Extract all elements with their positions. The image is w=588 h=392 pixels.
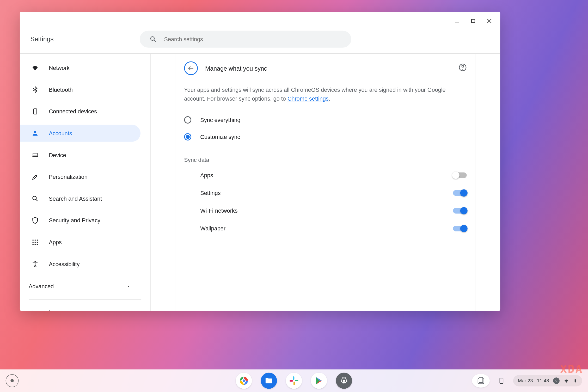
battery-icon xyxy=(573,377,577,384)
toggle-label: Wi-Fi networks xyxy=(200,207,237,214)
arrow-left-icon xyxy=(187,65,195,72)
shelf-files[interactable] xyxy=(261,373,277,389)
chromeos-shelf: Mar 23 11:48 2 xyxy=(0,369,588,392)
apps-grid-icon xyxy=(31,238,39,246)
svg-point-12 xyxy=(32,244,34,245)
chrome-icon xyxy=(238,375,250,387)
toggle-row-apps: Apps xyxy=(184,166,467,184)
sync-description: Your apps and settings will sync across … xyxy=(184,85,467,103)
sidebar-item-label: Search and Assistant xyxy=(49,195,102,202)
watermark: XDA xyxy=(560,363,583,376)
sidebar-item-search-assistant[interactable]: Search and Assistant xyxy=(20,190,140,207)
back-button[interactable] xyxy=(184,61,198,75)
sidebar-item-label: Bluetooth xyxy=(49,86,73,93)
radio-icon xyxy=(184,116,191,124)
svg-rect-30 xyxy=(575,379,576,379)
svg-point-3 xyxy=(34,131,36,133)
sidebar-item-label: Connected devices xyxy=(49,108,97,115)
toggle-wifi-networks[interactable] xyxy=(453,208,467,213)
chrome-settings-link[interactable]: Chrome settings xyxy=(287,95,329,102)
brush-icon xyxy=(31,173,39,181)
toggle-apps[interactable] xyxy=(453,172,467,178)
shelf-phone-hub[interactable] xyxy=(494,374,508,388)
sidebar-item-label: Network xyxy=(49,65,70,71)
sidebar-item-apps[interactable]: Apps xyxy=(20,234,140,251)
shelf-slack[interactable] xyxy=(286,373,302,389)
person-icon xyxy=(31,130,39,137)
svg-point-9 xyxy=(32,242,34,243)
search-icon xyxy=(149,35,157,43)
sync-settings-panel: Manage what you sync Your apps and setti… xyxy=(175,54,476,311)
svg-rect-27 xyxy=(479,377,482,383)
radio-label: Sync everything xyxy=(200,117,240,123)
sidebar-item-network[interactable]: Network xyxy=(20,59,140,76)
sidebar-item-label: Accounts xyxy=(49,130,72,137)
shelf-chrome[interactable] xyxy=(236,373,252,389)
help-button[interactable] xyxy=(459,63,467,73)
sidebar-item-accessibility[interactable]: Accessibility xyxy=(20,256,140,273)
sidebar-item-label: Apps xyxy=(49,239,62,246)
advanced-label: Advanced xyxy=(29,283,54,290)
svg-point-7 xyxy=(34,240,36,241)
launcher-button[interactable] xyxy=(6,374,19,387)
svg-point-10 xyxy=(34,242,36,243)
shelf-settings[interactable] xyxy=(336,373,352,389)
sidebar-item-security-privacy[interactable]: Security and Privacy xyxy=(20,212,140,229)
page-title: Manage what you sync xyxy=(205,65,451,72)
toggle-label: Apps xyxy=(200,172,213,179)
tray-date: Mar 23 xyxy=(518,378,533,384)
close-icon xyxy=(486,18,493,24)
toggle-settings[interactable] xyxy=(453,190,467,196)
sidebar-advanced[interactable]: Advanced xyxy=(20,277,150,295)
settings-window: Settings Network Bluetooth Connected dev… xyxy=(20,12,500,311)
toggle-label: Wallpaper xyxy=(200,225,225,232)
sidebar-item-personalization[interactable]: Personalization xyxy=(20,168,140,185)
settings-header: Settings xyxy=(20,30,500,54)
svg-rect-4 xyxy=(33,153,38,156)
svg-rect-22 xyxy=(295,380,298,381)
toggle-wallpaper[interactable] xyxy=(453,226,467,231)
sidebar-item-bluetooth[interactable]: Bluetooth xyxy=(20,81,140,98)
shelf-tote[interactable] xyxy=(472,374,489,388)
svg-point-8 xyxy=(37,240,38,241)
gear-icon xyxy=(340,376,348,385)
toggle-row-settings: Settings xyxy=(184,184,467,202)
svg-point-6 xyxy=(32,240,34,241)
radio-sync-everything[interactable]: Sync everything xyxy=(184,111,467,128)
sidebar-item-accounts[interactable]: Accounts xyxy=(20,125,140,142)
app-title: Settings xyxy=(30,35,54,43)
search-icon xyxy=(31,195,39,202)
radio-customize-sync[interactable]: Customize sync xyxy=(184,128,467,145)
minimize-button[interactable] xyxy=(454,17,461,25)
sidebar-item-label: Personalization xyxy=(49,174,87,180)
radio-label: Customize sync xyxy=(200,133,240,140)
svg-rect-21 xyxy=(293,376,294,380)
sidebar-item-connected-devices[interactable]: Connected devices xyxy=(20,103,140,120)
status-tray[interactable]: Mar 23 11:48 2 xyxy=(513,375,582,386)
tote-icon xyxy=(476,376,485,385)
minimize-icon xyxy=(454,18,460,24)
svg-point-14 xyxy=(37,244,38,245)
radio-icon xyxy=(184,133,191,140)
svg-point-11 xyxy=(37,242,38,243)
sidebar-about-chromeos[interactable]: About ChromeOS xyxy=(20,304,150,311)
sidebar-item-label: Security and Privacy xyxy=(49,217,100,224)
maximize-button[interactable] xyxy=(469,17,477,25)
search-bar[interactable] xyxy=(140,30,351,47)
bluetooth-icon xyxy=(31,86,39,93)
sidebar-item-device[interactable]: Device xyxy=(20,146,140,163)
toggle-label: Settings xyxy=(200,190,220,196)
svg-point-15 xyxy=(34,261,36,262)
phone-icon xyxy=(498,376,505,385)
titlebar xyxy=(20,12,500,30)
sidebar: Network Bluetooth Connected devices Acco… xyxy=(20,54,151,311)
svg-point-5 xyxy=(33,196,36,200)
phone-icon xyxy=(31,108,39,115)
shelf-play-store[interactable] xyxy=(311,373,327,389)
svg-rect-24 xyxy=(290,380,293,382)
search-input[interactable] xyxy=(164,36,341,42)
close-button[interactable] xyxy=(486,17,493,25)
sidebar-divider xyxy=(29,299,141,300)
tray-time: 11:48 xyxy=(537,378,549,384)
play-store-icon xyxy=(315,376,323,385)
